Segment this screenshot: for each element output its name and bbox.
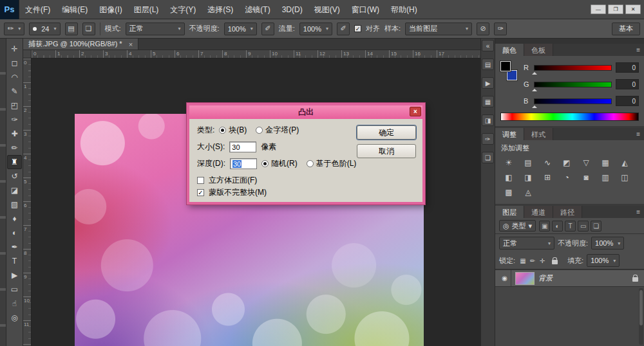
green-value[interactable]: 0 (616, 79, 639, 89)
opacity-dropdown[interactable]: 100% ▾ (224, 23, 257, 35)
filter-shape-icon[interactable]: ▭ (578, 221, 589, 232)
eraser-tool[interactable]: ◪ (7, 183, 22, 197)
filter-type-icon[interactable]: T (565, 221, 576, 232)
brush-size-picker[interactable]: 24 ▾ (29, 23, 60, 35)
color-spectrum-ramp[interactable] (500, 113, 639, 121)
lock-pixels-icon[interactable]: ✏ (528, 256, 537, 266)
color-balance-icon[interactable]: ◭ (616, 156, 633, 168)
brightness-contrast-icon[interactable]: ☀ (500, 156, 517, 168)
red-value[interactable]: 0 (616, 62, 639, 73)
filter-adjustment-icon[interactable]: ◐ (552, 221, 563, 232)
crop-tool[interactable]: ◰ (7, 98, 22, 113)
menu-item[interactable]: 滤镜(T) (239, 0, 276, 19)
channel-mixer-icon[interactable]: ⊞ (539, 171, 556, 183)
healing-brush-tool[interactable]: ✚ (7, 127, 22, 141)
depth-radio-option[interactable]: 随机(R) (261, 158, 298, 169)
lock-position-icon[interactable]: ✛ (538, 256, 547, 266)
menu-item[interactable]: 图像(I) (93, 0, 128, 19)
background-color-swatch[interactable] (507, 70, 517, 80)
dock-panel-masks-icon[interactable]: ◨ (482, 114, 494, 126)
menu-item[interactable]: 视图(V) (308, 0, 346, 19)
type-radio-option[interactable]: 金字塔(P) (256, 125, 299, 136)
toggle-brush-presets-button[interactable]: ❏ (82, 23, 95, 35)
dialog-checkbox-row[interactable]: 立方体正面(F) (197, 175, 357, 186)
hand-tool[interactable]: ☝ (7, 296, 22, 311)
basic-workspace-button[interactable]: 基本 (612, 23, 640, 35)
menu-item[interactable]: 3D(D) (276, 0, 308, 19)
panel-menu-icon[interactable]: ≡ (632, 44, 644, 56)
panel-tab[interactable]: 通道 (524, 206, 553, 218)
type-radio-option[interactable]: 块(B) (219, 125, 247, 136)
panel-tab[interactable]: 样式 (524, 128, 553, 140)
restore-button[interactable]: ❐ (608, 5, 623, 14)
foreground-color-swatch[interactable] (500, 61, 511, 71)
toggle-brush-panel-button[interactable]: ▤ (65, 23, 78, 35)
menu-item[interactable]: 选择(S) (202, 0, 239, 19)
panel-tab[interactable]: 色板 (524, 44, 553, 56)
black-white-icon[interactable]: ◧ (500, 171, 517, 183)
invert-icon[interactable]: ◙ (578, 171, 594, 183)
scrollbar-thumb[interactable] (639, 290, 643, 325)
align-checkbox[interactable]: ✓ (354, 25, 361, 32)
gradient-map-icon[interactable]: ▩ (500, 186, 517, 198)
flow-dropdown[interactable]: 100% ▾ (299, 23, 332, 35)
dialog-close-button[interactable]: × (410, 107, 421, 116)
dock-panel-actions-icon[interactable]: ▶ (482, 77, 494, 89)
cancel-button[interactable]: 取消 (357, 144, 416, 158)
dialog-title-bar[interactable]: 凸出 × (189, 105, 422, 119)
vibrance-icon[interactable]: ▽ (578, 156, 594, 168)
exposure-icon[interactable]: ◩ (558, 156, 575, 168)
menu-item[interactable]: 帮助(H) (385, 0, 423, 19)
dock-panel-properties-icon[interactable]: ▤ (482, 59, 494, 70)
type-tool[interactable]: T (7, 254, 22, 268)
selective-color-icon[interactable]: ◬ (520, 186, 536, 198)
visibility-eye-icon[interactable]: ◉ (498, 270, 511, 286)
eyedropper-tool[interactable]: ✑ (7, 113, 22, 127)
depth-radio-option[interactable]: 基于色阶(L) (307, 158, 357, 169)
panel-tab[interactable]: 调整 (495, 128, 524, 140)
menu-item[interactable]: 文字(Y) (164, 0, 202, 19)
panel-tab[interactable]: 颜色 (495, 44, 524, 56)
panel-tab[interactable]: 图层 (495, 206, 524, 218)
close-tab-icon[interactable]: × (129, 41, 133, 48)
layers-scrollbar[interactable] (639, 288, 643, 345)
sample-ignore-adjustments-button[interactable]: ⊘ (477, 23, 489, 35)
airbrush-button[interactable]: ✐ (337, 23, 350, 35)
menu-item[interactable]: 图层(L) (128, 0, 165, 19)
close-button[interactable]: ✕ (625, 5, 641, 14)
menu-item[interactable]: 编辑(E) (56, 0, 93, 19)
red-slider[interactable] (534, 65, 612, 71)
dock-panel-clone-source-icon[interactable]: ❏ (482, 152, 494, 163)
filter-smart-object-icon[interactable]: ❏ (591, 221, 601, 232)
blend-mode-dropdown[interactable]: 正常 ▾ (499, 237, 554, 250)
filter-kind-dropdown[interactable]: ◎ 类型 ▾ (499, 220, 536, 232)
filter-image-icon[interactable]: ▣ (539, 221, 550, 232)
minimize-button[interactable]: — (591, 5, 606, 14)
depth-input[interactable]: 30 (230, 158, 257, 169)
document-tab[interactable]: 捕获.JPG @ 100%(RGB/8#) * × (23, 39, 138, 50)
layer-row-background[interactable]: ◉ 背景 (495, 269, 644, 287)
green-slider[interactable] (534, 82, 612, 87)
panel-menu-icon[interactable]: ≡ (632, 206, 644, 218)
lock-all-toggle[interactable] (550, 256, 559, 266)
quick-selection-tool[interactable]: ✎ (7, 84, 22, 98)
path-selection-tool[interactable]: ▶ (7, 268, 22, 282)
zoom-tool[interactable]: ◎ (7, 311, 22, 325)
dialog-checkbox-row[interactable]: ✓ 蒙版不完整块(M) (197, 187, 357, 198)
ok-button[interactable]: 确定 (357, 125, 416, 140)
posterize-icon[interactable]: ▥ (597, 171, 614, 183)
move-tool[interactable]: ✛ (7, 42, 22, 56)
panel-tab[interactable]: 路径 (553, 206, 582, 218)
dock-panel-adjustments-icon[interactable]: ▦ (482, 96, 494, 107)
levels-icon[interactable]: ▤ (520, 156, 536, 168)
layer-thumbnail[interactable] (515, 272, 535, 285)
sample-dropdown[interactable]: 当前图层 ▾ (405, 23, 472, 35)
fill-dropdown[interactable]: 100% ▾ (587, 254, 620, 267)
curves-icon[interactable]: ∿ (539, 156, 556, 168)
history-brush-tool[interactable]: ↺ (7, 169, 22, 183)
pressure-opacity-button[interactable]: ✐ (261, 23, 274, 35)
mode-dropdown[interactable]: 正常 ▾ (126, 23, 185, 35)
layer-opacity-dropdown[interactable]: 100% ▾ (591, 237, 624, 250)
lasso-tool[interactable]: ◠ (7, 70, 22, 84)
size-input[interactable]: 30 (229, 141, 256, 152)
